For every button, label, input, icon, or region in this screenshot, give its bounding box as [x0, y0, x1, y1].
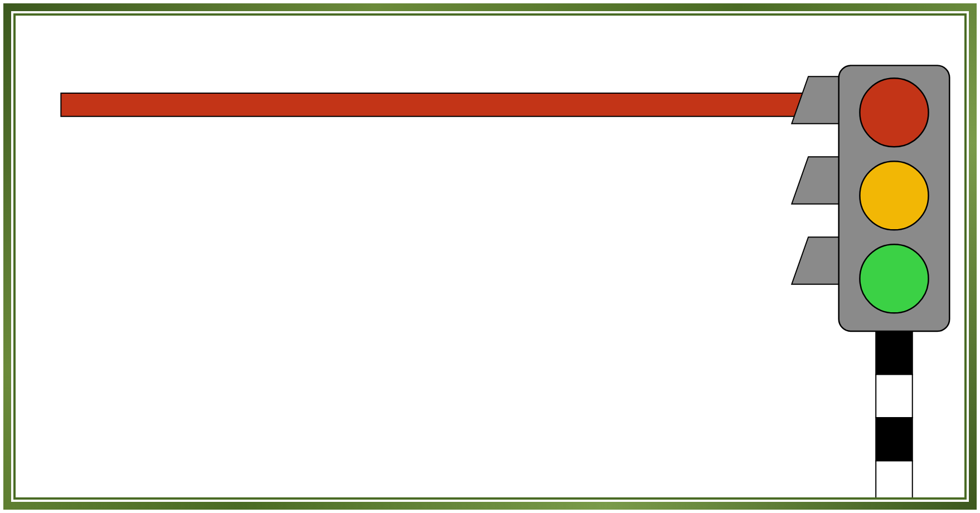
decorative-frame	[3, 3, 977, 510]
svg-rect-5	[876, 418, 913, 461]
svg-marker-2	[792, 237, 841, 284]
svg-rect-3	[876, 331, 913, 374]
barrier-arm	[61, 93, 808, 117]
traffic-light-pole	[876, 331, 913, 497]
frame-inner	[13, 13, 967, 500]
light-green	[860, 244, 928, 313]
light-red	[860, 78, 928, 147]
svg-rect-6	[876, 461, 913, 497]
traffic-light-illustration	[16, 16, 964, 497]
svg-rect-4	[876, 375, 913, 418]
svg-marker-1	[792, 157, 841, 204]
light-yellow	[860, 161, 928, 230]
visor-fins	[792, 76, 841, 284]
